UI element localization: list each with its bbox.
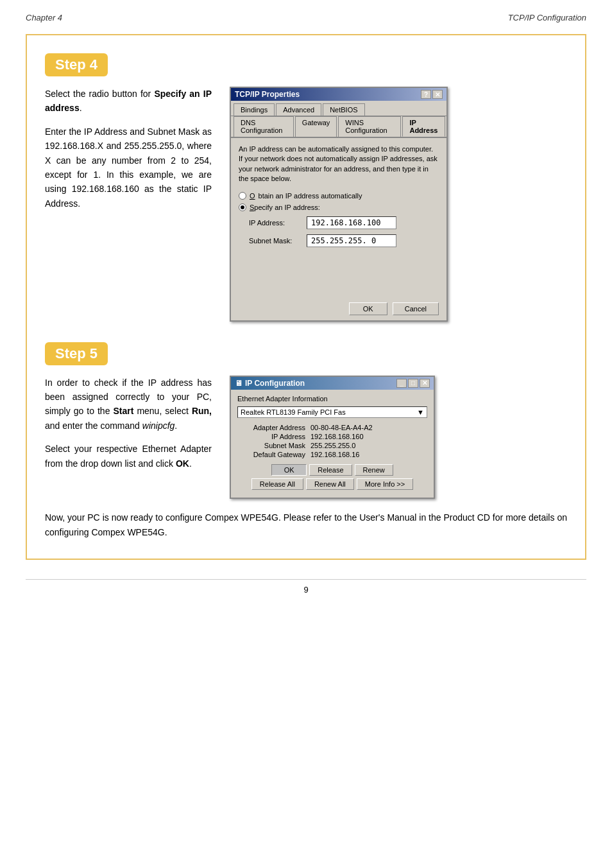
subnet-field-row: Subnet Mask: 255.255.255. 0 (239, 234, 439, 247)
tcpip-footer: OK Cancel (231, 297, 446, 320)
chapter-label: Chapter 4 (26, 13, 62, 22)
radio-auto-label-rest: btain an IP address automatically (259, 192, 362, 200)
ok-button[interactable]: OK (349, 302, 387, 315)
tab-wins[interactable]: WINS Configuration (338, 116, 401, 137)
step5-para2: Select your respective Ethernet Adapter … (45, 442, 212, 471)
gateway-label-cell: Default Gateway (237, 450, 308, 459)
step4-section: Step 4 Select the radio button for Speci… (45, 53, 567, 322)
tcpip-tabs-row2: DNS Configuration Gateway WINS Configura… (231, 116, 446, 138)
page-footer: 9 (26, 579, 586, 595)
tab-dns[interactable]: DNS Configuration (234, 116, 294, 137)
ipconfig-more-info-btn[interactable]: More Info >> (357, 478, 413, 490)
ipconfig-dropdown-value: Realtek RTL8139 Family PCI Fas (241, 408, 346, 416)
step4-text: Select the radio button for Specify an I… (45, 87, 212, 211)
table-row-gateway: Default Gateway 192.168.168.16 (237, 450, 427, 459)
page-header: Chapter 4 TCP/IP Configuration (26, 13, 586, 22)
table-row-adapter: Adapter Address 00-80-48-EA-A4-A2 (237, 423, 427, 432)
step5-dialog-col: 🖥 IP Configuration _ □ ✕ Ethernet Adapte… (230, 376, 567, 499)
ipconfig-buttons-row2: Release All Renew All More Info >> (237, 478, 427, 490)
ipconfig-titlebar-buttons: _ □ ✕ (396, 379, 430, 388)
tcpip-title: TCP/IP Properties (235, 90, 300, 99)
tcpip-help-btn[interactable]: ? (421, 90, 431, 99)
ipconfig-icon: 🖥 (235, 379, 242, 388)
radio-auto-label: O (250, 192, 255, 200)
radio-auto[interactable]: Obtain an IP address automatically (239, 192, 439, 200)
radio-specify[interactable]: Specify an IP address: (239, 204, 439, 211)
ipconfig-body: Ethernet Adapter Information Realtek RTL… (231, 390, 434, 498)
step4-bold: Specify an IP address (45, 89, 212, 113)
page-number: 9 (303, 585, 308, 595)
tab-netbios[interactable]: NetBIOS (323, 103, 364, 116)
main-content-box: Step 4 Select the radio button for Speci… (26, 34, 586, 560)
table-row-ip: IP Address 192.168.168.160 (237, 432, 427, 441)
step5-start-bold: Start (113, 406, 133, 416)
ipconfig-buttons-row1: OK Release Renew (237, 464, 427, 476)
tcpip-tabs-row1: Bindings Advanced NetBIOS (231, 101, 446, 116)
subnet-value[interactable]: 255.255.255. 0 (307, 234, 396, 247)
ipconfig-dropdown[interactable]: Realtek RTL8139 Family PCI Fas ▼ (237, 406, 427, 418)
step4-label: Step 4 (45, 53, 108, 76)
step4-para2: Enter the IP Address and Subnet Mask as … (45, 125, 212, 211)
final-paragraph: Now, your PC is now ready to configure C… (45, 510, 567, 541)
ipconfig-max-btn[interactable]: □ (408, 379, 418, 388)
ipconfig-renew-all-btn[interactable]: Renew All (306, 478, 354, 490)
step5-run-bold: Run, (192, 406, 212, 416)
table-row-subnet: Subnet Mask 255.255.255.0 (237, 441, 427, 450)
tab-bindings[interactable]: Bindings (234, 103, 275, 116)
tcpip-titlebar: TCP/IP Properties ? ✕ (231, 88, 446, 101)
tab-advanced[interactable]: Advanced (276, 103, 321, 116)
tcpip-description: An IP address can be automatically assig… (239, 144, 439, 184)
step4-dialog-col: TCP/IP Properties ? ✕ Bindings Advanced … (230, 87, 567, 322)
step5-cmd-italic: winipcfg (142, 421, 175, 431)
ipconfig-section-label: Ethernet Adapter Information (237, 395, 427, 403)
subnet-label-cell: Subnet Mask (237, 441, 308, 450)
step5-label: Step 5 (45, 342, 108, 365)
radio-group: Obtain an IP address automatically Speci… (239, 192, 439, 211)
step5-text: In order to check if the IP address has … (45, 376, 212, 471)
section-label: TCP/IP Configuration (508, 13, 586, 22)
step4-content: Select the radio button for Specify an I… (45, 87, 567, 322)
ipconfig-renew-btn[interactable]: Renew (355, 464, 393, 476)
tcpip-titlebar-buttons: ? ✕ (421, 90, 443, 99)
ip-value-cell: 192.168.168.160 (308, 432, 427, 441)
ipconfig-table: Adapter Address 00-80-48-EA-A4-A2 IP Add… (237, 423, 427, 459)
radio-auto-btn[interactable] (239, 192, 246, 200)
step5-para1: In order to check if the IP address has … (45, 376, 212, 433)
ipconfig-dialog: 🖥 IP Configuration _ □ ✕ Ethernet Adapte… (230, 376, 435, 499)
radio-specify-label: Specify an IP address: (250, 204, 320, 211)
tcpip-dialog: TCP/IP Properties ? ✕ Bindings Advanced … (230, 87, 448, 322)
ipconfig-release-btn[interactable]: Release (309, 464, 352, 476)
dropdown-arrow-icon[interactable]: ▼ (417, 408, 424, 416)
radio-specify-btn[interactable] (239, 204, 246, 211)
ipconfig-min-btn[interactable]: _ (396, 379, 407, 388)
cancel-button[interactable]: Cancel (393, 302, 439, 315)
adapter-value: 00-80-48-EA-A4-A2 (308, 423, 427, 432)
ip-label-cell: IP Address (237, 432, 308, 441)
ip-field-row: IP Address: 192.168.168.100 (239, 216, 439, 229)
subnet-value-cell: 255.255.255.0 (308, 441, 427, 450)
tab-ipaddress[interactable]: IP Address (402, 116, 445, 137)
step5-content: In order to check if the IP address has … (45, 376, 567, 499)
ipconfig-release-all-btn[interactable]: Release All (251, 478, 303, 490)
ipconfig-ok-btn[interactable]: OK (271, 464, 307, 476)
ip-value[interactable]: 192.168.168.100 (307, 216, 396, 229)
step4-para1: Select the radio button for Specify an I… (45, 87, 212, 116)
ip-label: IP Address: (249, 219, 307, 227)
tcpip-close-btn[interactable]: ✕ (432, 90, 443, 99)
subnet-label: Subnet Mask: (249, 237, 307, 245)
step5-section: Step 5 In order to check if the IP addre… (45, 342, 567, 541)
tcpip-body: An IP address can be automatically assig… (231, 138, 446, 297)
adapter-label: Adapter Address (237, 423, 308, 432)
ipconfig-titlebar: 🖥 IP Configuration _ □ ✕ (231, 377, 434, 390)
gateway-value-cell: 192.168.168.16 (308, 450, 427, 459)
tab-gateway[interactable]: Gateway (295, 116, 337, 137)
ipconfig-close-btn[interactable]: ✕ (420, 379, 430, 388)
ipconfig-title: IP Configuration (245, 379, 305, 388)
step5-ok-bold: OK (176, 458, 189, 469)
